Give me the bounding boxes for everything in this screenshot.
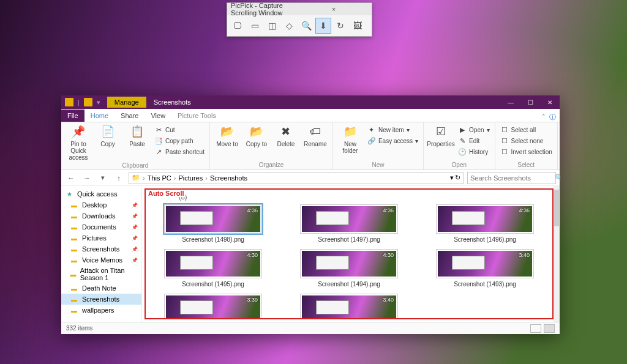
qat-icon[interactable] (84, 98, 92, 106)
move-to-button[interactable]: 📂Move to (214, 125, 241, 147)
folder-icon: ▬ (70, 270, 77, 278)
copy-to-button[interactable]: 📂Copy to (243, 125, 270, 147)
file-item[interactable]: 3:39Screenshot (1492).png (154, 294, 272, 319)
explorer-titlebar[interactable]: | ▾ Manage Screenshots — ☐ ✕ (61, 95, 560, 109)
capture-image-icon[interactable]: 🖼 (350, 18, 366, 34)
folder-icon: ▬ (70, 284, 78, 292)
edit-button[interactable]: ✎Edit (457, 136, 490, 146)
nav-item-desktop[interactable]: ▬Desktop📌 (61, 199, 141, 210)
rename-button[interactable]: 🏷Rename (302, 125, 329, 147)
picpick-close-button[interactable]: × (299, 6, 368, 13)
thumbnail: 3:40 (436, 249, 534, 278)
breadcrumb-pictures[interactable]: Pictures (178, 174, 203, 182)
copy-path-button[interactable]: 📑Copy path (153, 136, 206, 146)
delete-icon: ✖ (279, 125, 293, 139)
search-box[interactable]: 🔍 (467, 172, 556, 184)
file-item[interactable]: 4:30Screenshot (1495).png (154, 249, 272, 288)
folder-icon: ▬ (70, 256, 78, 264)
file-item[interactable]: 4:36Screenshot (1497).png (290, 204, 408, 243)
nav-item-death-note[interactable]: ▬Death Note (61, 283, 141, 294)
copyto-icon: 📂 (249, 125, 264, 139)
select-none-button[interactable]: ☐Select none (499, 136, 554, 146)
refresh-icon[interactable]: ↻ (455, 174, 460, 182)
nav-item-screenshots[interactable]: ▬Screenshots (61, 294, 141, 305)
properties-button[interactable]: ☑Properties (427, 125, 454, 147)
copy-button[interactable]: 📄Copy (94, 125, 121, 147)
file-item[interactable]: 3:40Screenshot (1491).png (290, 294, 408, 319)
file-item[interactable]: 3:40Screenshot (1493).png (426, 249, 544, 288)
new-item-button[interactable]: ✦New item ▾ (366, 125, 419, 135)
new-folder-button[interactable]: 📁New folder (337, 125, 364, 154)
capture-scroll-icon[interactable]: ⬇ (315, 18, 331, 34)
invert-selection-button[interactable]: ☐Invert selection (499, 147, 554, 157)
group-count: (8) (179, 193, 550, 201)
easy-access-button[interactable]: 🔗Easy access ▾ (366, 136, 419, 146)
breadcrumb-this-pc[interactable]: This PC (148, 174, 171, 182)
nav-item-attack-on-titan-season-1[interactable]: ▬Attack on Titan Season 1 (61, 266, 141, 283)
help-icon[interactable]: ⓘ (549, 113, 556, 122)
history-button[interactable]: 🕑History (457, 147, 490, 157)
capture-freehand-icon[interactable]: ◇ (281, 18, 297, 34)
group-label-organize: Organize (214, 162, 329, 168)
thumb-timestamp: 4:36 (247, 207, 258, 214)
shortcut-icon: ↗ (154, 147, 163, 156)
minimize-button[interactable]: — (501, 95, 520, 109)
view-details-button[interactable] (530, 324, 541, 333)
search-icon[interactable]: 🔍 (555, 174, 563, 182)
tab-home[interactable]: Home (84, 110, 115, 122)
nav-item-screenshots[interactable]: ▬Screenshots📌 (61, 243, 141, 254)
folder-icon: ▬ (70, 212, 78, 220)
context-tab-manage[interactable]: Manage (107, 97, 146, 108)
file-item[interactable]: 4:36Screenshot (1496).png (426, 204, 544, 243)
paste-shortcut-button[interactable]: ↗Paste shortcut (153, 147, 206, 157)
paste-button[interactable]: 📋Paste (124, 125, 151, 147)
group-label-select: Select (499, 162, 554, 168)
navigation-pane[interactable]: ★Quick access ▬Desktop📌▬Downloads📌▬Docum… (61, 186, 142, 322)
ribbon-tabstrip: File Home Share View Picture Tools ˄ ⓘ (61, 109, 560, 122)
file-name: Screenshot (1498).png (182, 236, 244, 243)
auto-scroll-region[interactable]: Auto Scroll (8) 4:36Screenshot (1498).pn… (145, 188, 554, 319)
folder-icon: ▬ (70, 245, 78, 253)
nav-item-downloads[interactable]: ▬Downloads📌 (61, 210, 141, 221)
view-thumbnails-button[interactable] (544, 324, 555, 333)
nav-up-button[interactable]: ↑ (113, 172, 125, 184)
breadcrumb-screenshots[interactable]: Screenshots (210, 174, 247, 182)
file-item[interactable]: 4:30Screenshot (1494).png (290, 249, 408, 288)
nav-back-button[interactable]: ← (65, 172, 77, 184)
capture-repeat-icon[interactable]: ↻ (332, 18, 348, 34)
auto-scroll-label: Auto Scroll (147, 190, 186, 197)
scrollbar-thumb[interactable] (554, 190, 559, 226)
pin-icon: 📌 (132, 258, 138, 263)
window-title: Screenshots (146, 97, 198, 108)
capture-rect-icon[interactable]: ▭ (247, 18, 263, 34)
tab-view[interactable]: View (145, 110, 171, 122)
cut-button[interactable]: ✂Cut (153, 125, 206, 135)
nav-item-pictures[interactable]: ▬Pictures📌 (61, 232, 141, 243)
close-button[interactable]: ✕ (540, 95, 560, 109)
nav-forward-button[interactable]: → (81, 172, 93, 184)
select-all-button[interactable]: ☐Select all (499, 125, 554, 135)
file-name: Screenshot (1496).png (454, 236, 516, 243)
tab-file[interactable]: File (61, 110, 84, 122)
tab-picture-tools[interactable]: Picture Tools (171, 110, 222, 122)
capture-window-icon[interactable]: 🔍 (298, 18, 314, 34)
maximize-button[interactable]: ☐ (520, 95, 540, 109)
file-item[interactable]: 4:36Screenshot (1498).png (154, 204, 272, 243)
open-button[interactable]: ▶Open ▾ (457, 125, 490, 135)
pin-to-quick-access-button[interactable]: 📌Pin to Quick access (65, 125, 92, 161)
nav-quick-access[interactable]: ★Quick access (61, 188, 141, 199)
ribbon-collapse-icon[interactable]: ˄ (542, 113, 546, 121)
nav-history-button[interactable]: ▾ (97, 172, 109, 184)
nav-item-wallpapers[interactable]: ▬wallpapers (61, 305, 141, 316)
tab-share[interactable]: Share (115, 110, 145, 122)
delete-button[interactable]: ✖Delete (272, 125, 299, 147)
search-input[interactable] (470, 174, 555, 182)
capture-fullscreen-icon[interactable]: 🖵 (230, 18, 246, 34)
capture-fixed-icon[interactable]: ◫ (264, 18, 280, 34)
nav-item-documents[interactable]: ▬Documents📌 (61, 221, 141, 232)
vertical-scrollbar[interactable] (554, 186, 560, 322)
address-bar[interactable]: 📁 › This PC › Pictures › Screenshots ▾ ↻ (129, 172, 464, 184)
nav-item-voice-memos[interactable]: ▬Voice Memos📌 (61, 254, 141, 266)
picpick-titlebar[interactable]: PicPick - Capture Scrolling Window × (227, 3, 372, 15)
addr-dropdown-icon[interactable]: ▾ (450, 174, 454, 182)
